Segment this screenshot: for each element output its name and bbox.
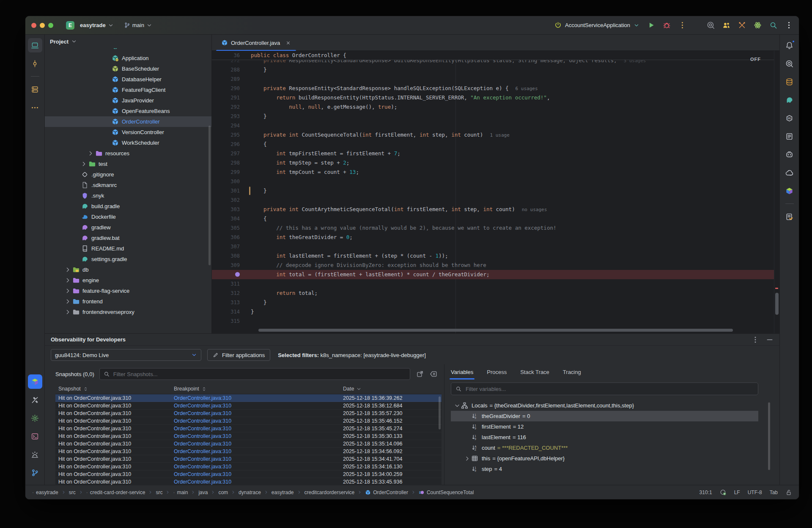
chevron-right-icon[interactable] (64, 277, 71, 284)
gutter-line-299[interactable]: 299 (212, 168, 251, 177)
gutter-line-296[interactable]: 296 (212, 140, 251, 149)
structure-tool-button[interactable] (28, 82, 42, 96)
tasks-tool-button[interactable] (782, 209, 797, 224)
breadcrumb-java[interactable]: java (198, 490, 208, 495)
tree-item-gradlew[interactable]: gradlew (45, 222, 211, 233)
close-tab-icon[interactable] (285, 40, 291, 46)
snapshot-row[interactable]: Hit on OrderController.java:310OrderCont… (55, 417, 442, 425)
code-line-305[interactable]: 305 // this has a wrong value (normally … (212, 223, 779, 233)
code-line-313[interactable]: 313 } (212, 298, 779, 307)
code-line-315[interactable]: 315 (212, 316, 779, 326)
tree-item-.snyk[interactable]: .snyk (45, 190, 211, 201)
breakpoint-link[interactable]: OrderController.java:310 (174, 479, 343, 485)
code-line-304[interactable]: 304 { (212, 214, 779, 223)
cloud-tool-button[interactable] (782, 165, 797, 180)
gutter-line-294[interactable]: 294 (212, 121, 251, 130)
chevron-right-icon[interactable] (64, 298, 71, 305)
tree-item-settings.gradle[interactable]: settings.gradle (45, 254, 211, 264)
breakpoint-link[interactable]: OrderController.java:310 (174, 441, 343, 447)
chevron-right-icon[interactable] (64, 308, 71, 316)
chevron-down-icon[interactable] (71, 38, 77, 44)
tree-item-WorkScheduler[interactable]: WorkScheduler (45, 138, 211, 148)
breadcrumb-easytrade[interactable]: ·easytrade (32, 490, 58, 495)
code-line-294[interactable]: 294 (212, 121, 779, 130)
breadcrumb-main[interactable]: ·main (173, 490, 188, 495)
build-tools-button[interactable] (738, 21, 746, 29)
notes-tool-button[interactable] (782, 129, 797, 143)
breadcrumb-dynatrace[interactable]: dynatrace (239, 490, 261, 495)
tree-item-frontendreverseproxy[interactable]: frontendreverseproxy (45, 307, 211, 317)
gutter-line-300[interactable]: 300 (212, 177, 251, 186)
breakpoint-link[interactable]: OrderController.java:310 (174, 410, 343, 416)
chevron-right-icon[interactable] (64, 266, 71, 273)
code-line-300[interactable]: 300 (212, 177, 779, 186)
tree-item-engine[interactable]: engine (45, 275, 211, 286)
code-line-306[interactable]: 306 int theGreatDivider = 0; (212, 233, 779, 242)
gutter-line-313[interactable]: 313 (212, 298, 251, 307)
gutter-line-297[interactable]: 297 (212, 149, 251, 158)
snapshots-filter-field[interactable] (99, 368, 410, 380)
run-button[interactable] (647, 21, 655, 29)
snapshot-row[interactable]: Hit on OrderController.java:310OrderCont… (55, 448, 442, 455)
code-line-312[interactable]: 312 return total; (212, 289, 779, 298)
variable-row-step[interactable]: 19step = 4 (451, 464, 758, 474)
encoding-widget[interactable]: UTF-8 (748, 490, 762, 495)
tree-item-resources[interactable]: resources (45, 148, 211, 159)
ai-assistant-button[interactable] (782, 147, 797, 162)
gutter-line-301[interactable]: 301 (212, 186, 251, 195)
variable-row-Locals[interactable]: Locals = {theGreatDivider,firstElement,l… (451, 400, 758, 411)
debug-button[interactable] (663, 21, 671, 29)
gutter-line-310[interactable] (212, 270, 251, 279)
tree-item-OpenFeatureBeans[interactable]: OpenFeatureBeans (45, 106, 211, 116)
snapshot-row[interactable]: Hit on OrderController.java:310OrderCont… (55, 410, 442, 417)
snapshot-row[interactable]: Hit on OrderController.java:310OrderCont… (55, 402, 442, 410)
project-widget[interactable]: E easytrade (66, 21, 114, 30)
code-line-301[interactable]: 301 } (212, 186, 779, 195)
snapshot-row[interactable]: Hit on OrderController.java:310OrderCont… (55, 470, 442, 478)
tree-item-feature-flag-service[interactable]: feature-flag-service (45, 286, 211, 296)
snapshot-row[interactable]: Hit on OrderController.java:310OrderCont… (55, 440, 442, 448)
gutter-line-304[interactable]: 304 (212, 214, 251, 223)
gutter-line-311[interactable]: 311 (212, 279, 251, 289)
snapshot-row[interactable]: Hit on OrderController.java:310OrderCont… (55, 394, 442, 402)
tree-item-.sdkmanrc[interactable]: .sdkmanrc (45, 180, 211, 190)
snapshot-row[interactable]: Hit on OrderController.java:310OrderCont… (55, 425, 442, 432)
variables-scrollbar[interactable] (768, 402, 770, 470)
code-line-310[interactable]: int total = (firstElement + lastElement)… (212, 270, 779, 279)
tab-process[interactable]: Process (487, 364, 507, 380)
tab-variables[interactable]: Variables (451, 364, 473, 380)
gutter-line-295[interactable]: 295 (212, 130, 251, 140)
breakpoint-link[interactable]: OrderController.java:310 (174, 471, 343, 477)
clipped-code-line[interactable]: 272 private ResponseEntity<StandardRespo… (212, 60, 779, 65)
gutter-line-290[interactable]: 290 (212, 84, 251, 93)
minimize-window-button[interactable] (40, 23, 45, 28)
column-snapshot[interactable]: Snapshot (55, 386, 174, 392)
code-line-296[interactable]: 296 { (212, 140, 779, 149)
profiler-button[interactable] (707, 21, 715, 29)
tree-item-FeatureFlagClient[interactable]: FeatureFlagClient (45, 85, 211, 95)
breadcrumb-com[interactable]: com (218, 490, 228, 495)
caret-position-widget[interactable]: 310:1 (700, 490, 712, 495)
code-line-288[interactable]: 288 } (212, 65, 779, 74)
clear-filter-icon[interactable] (430, 370, 437, 378)
gradle-tool-button[interactable] (782, 93, 797, 107)
close-window-button[interactable] (31, 23, 36, 28)
gutter-line-314[interactable]: 314 (212, 307, 251, 316)
variable-row-theGreatDivider[interactable]: 19theGreatDivider = 0 (451, 411, 758, 421)
gutter-line-298[interactable]: 298 (212, 158, 251, 168)
indent-widget[interactable]: Tab (770, 490, 778, 495)
editor-tab[interactable]: OrderController.java (216, 35, 296, 51)
dynatrace-tool-button[interactable] (28, 374, 42, 389)
code-line-299[interactable]: 299 int tmpCount = count + 13; (212, 168, 779, 177)
gutter-line-306[interactable]: 306 (212, 233, 251, 242)
gutter-line-293[interactable]: 293 (212, 112, 251, 121)
tree-item-build.gradle[interactable]: build.gradle (45, 201, 211, 212)
gutter-line-312[interactable]: 312 (212, 289, 251, 298)
code-line-314[interactable]: 314} (212, 307, 779, 316)
breakpoint-link[interactable]: OrderController.java:310 (174, 395, 343, 401)
variable-row-this[interactable]: this = {openFeatureAPI,dbHelper} (451, 453, 758, 464)
breakpoint-link[interactable]: OrderController.java:310 (174, 448, 343, 454)
branch-widget[interactable]: main (124, 22, 152, 28)
code-line-289[interactable]: 289 (212, 74, 779, 84)
variable-row-count[interactable]: AZcount = ***REDACTED_COUNT*** (451, 443, 758, 453)
